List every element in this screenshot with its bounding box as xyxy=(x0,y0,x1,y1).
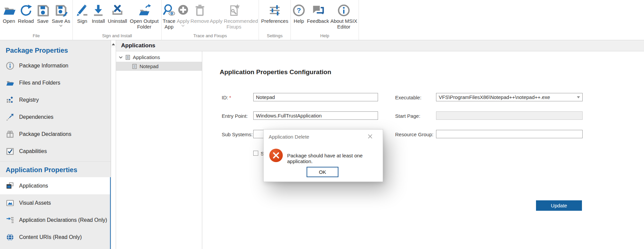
files-folder-icon xyxy=(6,79,14,87)
trace-app-icon xyxy=(162,3,176,18)
application-delete-dialog: Application Delete Package should have a… xyxy=(263,129,383,182)
trace-app-button[interactable]: Trace App xyxy=(162,3,176,30)
visual-assets-image-icon xyxy=(6,199,14,207)
sidebar-item-dependencies[interactable]: Dependencies xyxy=(0,108,111,126)
about-msix-editor-button[interactable]: About MSIX Editor xyxy=(330,3,357,30)
remove-button-label: Remove xyxy=(191,18,209,24)
apply-button[interactable]: Apply xyxy=(176,3,190,27)
sidebar-item-registry[interactable]: Registry xyxy=(0,91,111,108)
preferences-sliders-icon xyxy=(268,3,281,18)
id-input[interactable] xyxy=(253,93,378,101)
sign-button-label: Sign xyxy=(77,18,87,24)
subsystem-checkbox[interactable] xyxy=(253,151,258,156)
sidebar-item-visual-assets[interactable]: Visual Assets xyxy=(0,194,111,211)
install-arrow-icon xyxy=(92,3,105,18)
msix-editor-window: Open Reload Save xyxy=(0,0,644,249)
about-info-icon xyxy=(337,3,351,18)
sidebar-item-applications[interactable]: Applications xyxy=(0,177,111,194)
remove-button[interactable]: Remove xyxy=(191,3,209,24)
chevron-down-icon xyxy=(59,24,63,27)
ribbon-group-help-label: Help xyxy=(291,33,359,40)
ribbon-group-trace-and-fixups: Trace App Apply Remove xyxy=(162,0,259,40)
ribbon-group-trace-and-fixups-label: Trace and Fixups xyxy=(162,33,259,40)
sidebar-item-label: Package Declarations xyxy=(19,131,71,137)
sidebar-item-label: Content URIs (Read Only) xyxy=(19,234,82,240)
svg-text:?: ? xyxy=(297,6,301,14)
start-page-input xyxy=(436,111,583,120)
dialog-message: Package should have at least one applica… xyxy=(287,153,383,164)
info-circle-icon xyxy=(6,61,14,70)
tree-node-label: Applications xyxy=(133,54,160,60)
ribbon-group-settings-label: Settings xyxy=(259,33,290,40)
open-output-folder-icon xyxy=(138,3,151,18)
id-label: ID:* xyxy=(222,95,231,100)
uninstall-button[interactable]: Uninstall xyxy=(108,3,127,24)
sidebar-item-package-information[interactable]: Package Information xyxy=(0,57,111,74)
fixups-page-icon xyxy=(227,3,240,18)
content-uris-globe-icon xyxy=(6,233,14,242)
preferences-button-label: Preferences xyxy=(261,18,288,24)
sidebar-item-label: Dependencies xyxy=(19,114,53,120)
sub-systems-label: Sub Systems: xyxy=(222,132,253,137)
install-button[interactable]: Install xyxy=(92,3,105,24)
help-question-icon: ? xyxy=(292,3,306,18)
ribbon-group-settings: Preferences Settings xyxy=(259,0,291,40)
feedback-button-label: Feedback xyxy=(307,18,329,24)
help-button[interactable]: ? Help xyxy=(292,3,306,24)
executable-combobox[interactable] xyxy=(436,93,583,101)
navigation-sidebar: Package Properties Package Information F… xyxy=(0,40,111,249)
document-icon xyxy=(125,55,130,60)
preferences-button[interactable]: Preferences xyxy=(261,3,288,24)
chevron-down-icon[interactable] xyxy=(119,56,123,59)
reload-button[interactable]: Reload xyxy=(18,3,34,24)
reload-icon xyxy=(19,3,33,18)
document-icon xyxy=(132,64,137,69)
package-properties-heading: Package Properties xyxy=(0,40,111,57)
sidebar-item-capabilities[interactable]: Capabilities xyxy=(0,143,111,160)
reload-button-label: Reload xyxy=(18,18,34,24)
sidebar-scrollbar[interactable] xyxy=(111,40,116,249)
application-properties-heading: Application Properties xyxy=(0,162,111,177)
save-as-button[interactable]: Save As xyxy=(52,3,70,27)
save-button[interactable]: Save xyxy=(36,3,50,24)
ok-button[interactable]: OK xyxy=(307,167,338,177)
sidebar-item-label: Visual Assets xyxy=(19,200,51,206)
dependencies-arrow-icon xyxy=(6,113,14,121)
open-button[interactable]: Open xyxy=(2,3,16,24)
feedback-button[interactable]: Feedback xyxy=(307,3,329,24)
uninstall-icon xyxy=(111,3,124,18)
apply-recommended-fixups-button[interactable]: Apply Recommended Fixups xyxy=(210,3,258,30)
dialog-title: Application Delete xyxy=(269,134,309,140)
sidebar-item-content-uris[interactable]: Content URIs (Read Only) xyxy=(0,229,111,246)
sidebar-item-label: Capabilities xyxy=(19,148,47,154)
capabilities-checkbox-icon xyxy=(6,147,14,156)
sign-button[interactable]: Sign xyxy=(75,3,89,24)
help-button-label: Help xyxy=(294,18,304,24)
chevron-down-icon[interactable] xyxy=(577,96,580,98)
executable-label: Executable: xyxy=(395,95,421,100)
sign-pencil-icon xyxy=(75,3,89,18)
sidebar-item-application-declarations[interactable]: Application Declarations (Read Only) xyxy=(0,211,111,229)
entry-point-input[interactable] xyxy=(253,111,378,120)
open-folder-icon xyxy=(2,3,16,18)
entry-point-label: Entry Point: xyxy=(222,113,248,119)
executable-input[interactable] xyxy=(436,93,583,101)
install-button-label: Install xyxy=(92,18,105,24)
open-output-folder-button[interactable]: Open Output Folder xyxy=(130,3,159,30)
resource-group-input[interactable] xyxy=(436,130,583,138)
sidebar-item-package-declarations[interactable]: Package Declarations xyxy=(0,126,111,143)
scroll-up-icon xyxy=(112,41,115,47)
tree-node-applications[interactable]: Applications xyxy=(116,53,202,62)
sidebar-item-files-and-folders[interactable]: Files and Folders xyxy=(0,74,111,91)
required-asterisk: * xyxy=(229,95,231,100)
app-declarations-list-icon xyxy=(6,216,14,225)
registry-grid-icon xyxy=(6,96,14,104)
applications-windows-icon xyxy=(6,182,14,190)
close-icon[interactable] xyxy=(368,134,373,139)
tree-node-notepad[interactable]: Notepad xyxy=(116,62,202,71)
trace-app-button-label: Trace App xyxy=(163,18,175,30)
update-button[interactable]: Update xyxy=(536,200,582,211)
about-msix-editor-button-label: About MSIX Editor xyxy=(330,18,357,30)
scroll-up-button[interactable] xyxy=(111,40,116,47)
package-declarations-gift-icon xyxy=(6,130,14,139)
